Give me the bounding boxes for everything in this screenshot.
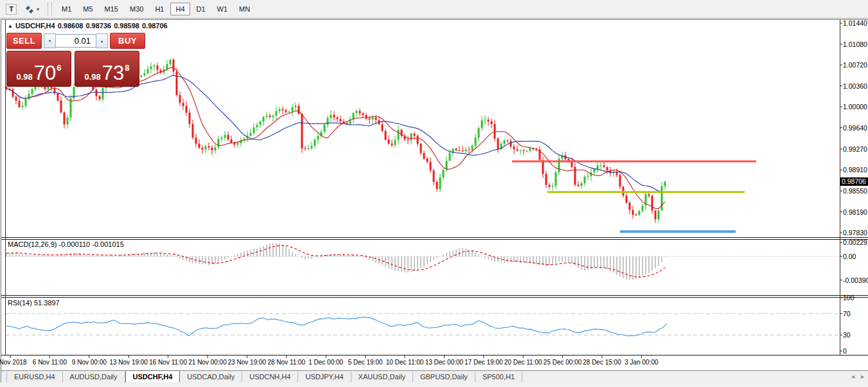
- bottom-tab-sp500-h1[interactable]: SP500,H1: [475, 372, 522, 382]
- macd-indicator-label: MACD(12,26,9) -0.000110 -0.001015: [8, 240, 124, 248]
- timeframe-group: M1M5M15M30H1H4D1W1MN: [56, 3, 256, 15]
- bottom-tab-usdjpy-h4[interactable]: USDJPY,H4: [298, 372, 351, 382]
- buy-price-pip: 8: [125, 64, 129, 72]
- drawing-tool-button[interactable]: ▾: [22, 3, 41, 15]
- chart-tab-bar: EURUSD,H4AUDUSD,DailyUSDCHF,H4USDCAD,Dai…: [1, 370, 868, 383]
- chart-header: ▲USDCHF,H40.986080.987360.985980.98706: [8, 22, 170, 30]
- text-label-tool-button[interactable]: T: [4, 3, 19, 15]
- sell-button[interactable]: SELL: [6, 33, 42, 49]
- buy-price-box[interactable]: 0.98 73 8: [75, 51, 139, 87]
- bar-low: 0.98598: [114, 22, 139, 30]
- timeframe-h4[interactable]: H4: [170, 3, 190, 15]
- diamond-arrows-icon: [24, 4, 35, 14]
- bottom-tab-eurusd-h4[interactable]: EURUSD,H4: [6, 372, 63, 382]
- lot-size-input[interactable]: [56, 34, 96, 48]
- macd-histogram: [6, 243, 665, 280]
- bottom-tab-gbpusd-daily[interactable]: GBPUSD,Daily: [413, 372, 475, 382]
- up-arrow-icon: ▴: [101, 39, 103, 44]
- buy-price-main: 73: [102, 66, 124, 81]
- bottom-tab-usdcnh-h4[interactable]: USDCNH,H4: [242, 372, 298, 382]
- macd-signal-line: [6, 246, 665, 277]
- timeframe-d1[interactable]: D1: [191, 3, 211, 15]
- timeframe-w1[interactable]: W1: [212, 3, 233, 15]
- tab-scroll-arrows: ◂ ▸: [851, 373, 864, 380]
- bottom-tab-usdchf-h4[interactable]: USDCHF,H4: [125, 370, 181, 383]
- buy-button[interactable]: BUY: [110, 33, 145, 49]
- sell-price-box[interactable]: 0.98 70 6: [6, 51, 71, 87]
- toolbar-separator: [48, 3, 52, 15]
- bar-open: 0.98608: [58, 22, 84, 30]
- rsi-value: 51.3897: [34, 299, 60, 307]
- tab-scroll-left-icon[interactable]: ◂: [851, 373, 855, 380]
- sell-price-prefix: 0.98: [16, 73, 32, 81]
- tab-scroll-right-icon[interactable]: ▸: [861, 373, 864, 380]
- macd-name: MACD(12,26,9): [8, 240, 57, 248]
- status-strip: [0, 382, 868, 387]
- toolbar: T ▾ M1M5M15M30H1H4D1W1MN: [0, 0, 868, 19]
- rsi-indicator-label: RSI(14) 51.3897: [8, 299, 60, 307]
- chevron-down-icon: ▾: [37, 6, 39, 12]
- sell-price-main: 70: [34, 66, 56, 81]
- buy-price-prefix: 0.98: [84, 73, 100, 81]
- bottom-tab-audusd-daily[interactable]: AUDUSD,Daily: [63, 372, 125, 382]
- timeframe-mn[interactable]: MN: [234, 3, 255, 15]
- lot-increase-button[interactable]: ▴: [96, 33, 108, 48]
- current-price-tag: 0.98706: [840, 177, 868, 186]
- sell-price-pip: 6: [57, 64, 61, 72]
- rsi-line: [6, 317, 667, 336]
- chart-tabs: EURUSD,H4AUDUSD,DailyUSDCHF,H4USDCAD,Dai…: [1, 371, 522, 383]
- lot-decrease-button[interactable]: ▾: [44, 33, 56, 48]
- bottom-tab-xauusd-daily[interactable]: XAUUSD,Daily: [351, 372, 413, 382]
- one-click-trading-panel: SELL ▾ ▴ BUY 0.98 70 6 0.98 73 8: [6, 33, 145, 87]
- ma-slow-line: [6, 75, 665, 192]
- macd-values: -0.000110 -0.001015: [58, 240, 123, 248]
- bar-close: 0.98706: [142, 22, 168, 30]
- timeframe-m5[interactable]: M5: [78, 3, 98, 15]
- timeframe-m30[interactable]: M30: [125, 3, 148, 15]
- timeframe-h1[interactable]: H1: [150, 3, 169, 15]
- ma-fast-line: [6, 68, 665, 208]
- lot-size-stepper: ▾ ▴: [44, 33, 108, 48]
- down-arrow-icon: ▾: [49, 39, 51, 44]
- bottom-tab-usdcad-daily[interactable]: USDCAD,Daily: [180, 372, 242, 382]
- bar-high: 0.98736: [85, 22, 111, 30]
- expand-marker-icon: ▲: [8, 23, 13, 29]
- timeframe-m15[interactable]: M15: [100, 3, 123, 15]
- rsi-group: [6, 314, 840, 335]
- rsi-name: RSI(14): [8, 299, 32, 307]
- chart-symbol: USDCHF,H4: [15, 22, 55, 30]
- timeframe-m1[interactable]: M1: [57, 3, 76, 15]
- chart-window: ▲USDCHF,H40.986080.987360.985980.98706 S…: [1, 19, 868, 384]
- text-tool-icon: T: [6, 4, 17, 15]
